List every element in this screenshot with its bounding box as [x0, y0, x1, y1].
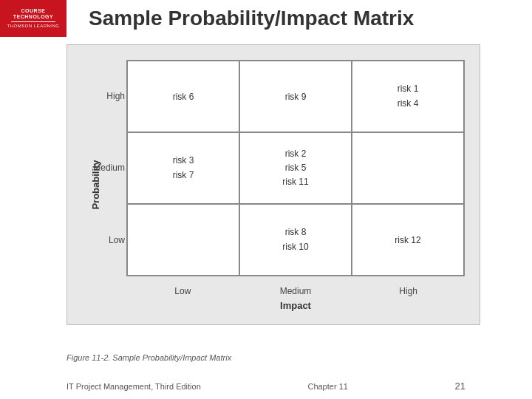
- matrix-inner: Probability High Medium Low risk 6 risk …: [75, 52, 472, 317]
- cell-medium-medium: risk 2risk 5risk 11: [239, 132, 352, 204]
- cell-medium-high: [352, 132, 464, 204]
- page-title: Sample Probability/Impact Matrix: [89, 7, 414, 30]
- footer-chapter: Chapter 11: [307, 382, 347, 391]
- footer: IT Project Management, Third Edition Cha…: [0, 381, 532, 392]
- cell-low-medium: risk 8risk 10: [239, 204, 352, 276]
- logo-line2: THOMSON LEARNING: [7, 24, 59, 29]
- x-label-high: High: [352, 286, 465, 296]
- probability-impact-grid: risk 6 risk 9 risk 1risk 4 risk 3risk 7 …: [126, 60, 465, 276]
- y-label-low: Low: [109, 235, 125, 245]
- header: COURSETECHNOLOGY THOMSON LEARNING Sample…: [0, 0, 532, 37]
- y-labels: High Medium Low: [97, 60, 125, 276]
- logo: COURSETECHNOLOGY THOMSON LEARNING: [0, 0, 66, 37]
- cell-medium-low: risk 3risk 7: [127, 132, 239, 204]
- x-labels: Low Medium High: [126, 286, 465, 296]
- cell-high-high: risk 1risk 4: [352, 61, 464, 132]
- figure-caption: Figure 11-2. Sample Probability/Impact M…: [66, 353, 231, 362]
- x-axis-label: Impact: [126, 300, 465, 311]
- y-label-medium: Medium: [93, 163, 125, 173]
- cell-high-low: risk 6: [127, 61, 239, 132]
- logo-line1: COURSETECHNOLOGY: [13, 8, 53, 21]
- x-label-low: Low: [126, 286, 239, 296]
- matrix-container: Probability High Medium Low risk 6 risk …: [66, 44, 480, 325]
- cell-high-medium: risk 9: [239, 61, 352, 132]
- x-label-medium: Medium: [239, 286, 352, 296]
- y-label-high: High: [106, 91, 125, 101]
- footer-edition: IT Project Management, Third Edition: [66, 382, 201, 391]
- cell-low-low: [127, 204, 239, 276]
- cell-low-high: risk 12: [352, 204, 464, 276]
- footer-page: 21: [455, 381, 466, 392]
